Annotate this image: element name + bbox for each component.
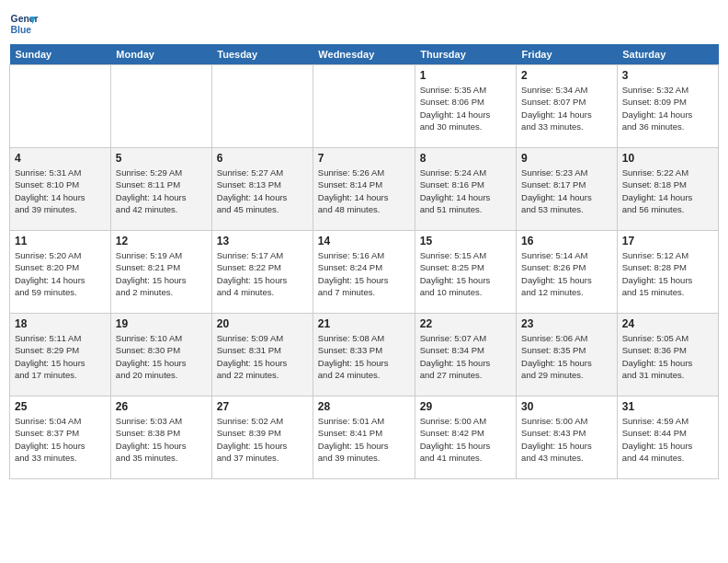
day-info: Sunrise: 5:24 AM Sunset: 8:16 PM Dayligh… [420, 167, 511, 215]
empty-cell [10, 65, 111, 148]
day-number: 19 [116, 317, 207, 330]
day-number: 12 [116, 235, 207, 247]
day-info: Sunrise: 5:19 AM Sunset: 8:21 PM Dayligh… [116, 249, 207, 298]
day-info: Sunrise: 4:59 AM Sunset: 8:44 PM Dayligh… [622, 415, 713, 464]
day-cell-18: 18Sunrise: 5:11 AM Sunset: 8:29 PM Dayli… [10, 314, 111, 396]
day-info: Sunrise: 5:02 AM Sunset: 8:39 PM Dayligh… [217, 415, 308, 464]
day-number: 14 [318, 235, 410, 247]
day-number: 7 [318, 152, 410, 165]
day-number: 28 [318, 400, 410, 413]
day-info: Sunrise: 5:31 AM Sunset: 8:10 PM Dayligh… [15, 167, 106, 215]
page-header: General Blue [9, 9, 719, 39]
day-number: 5 [116, 152, 207, 165]
day-number: 21 [318, 317, 410, 330]
day-number: 30 [521, 400, 612, 413]
day-number: 20 [217, 317, 308, 330]
day-cell-9: 9Sunrise: 5:23 AM Sunset: 8:17 PM Daylig… [517, 148, 618, 231]
week-row-1: 1Sunrise: 5:35 AM Sunset: 8:06 PM Daylig… [10, 65, 719, 148]
day-number: 27 [217, 400, 308, 413]
day-number: 1 [420, 69, 511, 82]
day-cell-23: 23Sunrise: 5:06 AM Sunset: 8:35 PM Dayli… [517, 314, 618, 396]
day-info: Sunrise: 5:04 AM Sunset: 8:37 PM Dayligh… [15, 415, 106, 464]
day-number: 8 [420, 152, 511, 165]
day-number: 26 [116, 400, 207, 413]
header-cell-friday: Friday [517, 44, 618, 65]
calendar-table: SundayMondayTuesdayWednesdayThursdayFrid… [9, 44, 719, 479]
day-cell-19: 19Sunrise: 5:10 AM Sunset: 8:30 PM Dayli… [110, 314, 211, 396]
day-cell-10: 10Sunrise: 5:22 AM Sunset: 8:18 PM Dayli… [617, 148, 718, 231]
day-info: Sunrise: 5:05 AM Sunset: 8:36 PM Dayligh… [622, 332, 713, 381]
day-info: Sunrise: 5:11 AM Sunset: 8:29 PM Dayligh… [15, 332, 106, 381]
day-info: Sunrise: 5:01 AM Sunset: 8:41 PM Dayligh… [318, 415, 410, 464]
day-info: Sunrise: 5:22 AM Sunset: 8:18 PM Dayligh… [622, 167, 713, 215]
day-cell-27: 27Sunrise: 5:02 AM Sunset: 8:39 PM Dayli… [211, 396, 313, 479]
day-cell-21: 21Sunrise: 5:08 AM Sunset: 8:33 PM Dayli… [313, 314, 415, 396]
day-cell-31: 31Sunrise: 4:59 AM Sunset: 8:44 PM Dayli… [617, 396, 718, 479]
day-cell-13: 13Sunrise: 5:17 AM Sunset: 8:22 PM Dayli… [211, 231, 313, 314]
empty-cell [313, 65, 415, 148]
day-info: Sunrise: 5:26 AM Sunset: 8:14 PM Dayligh… [318, 167, 410, 215]
day-info: Sunrise: 5:00 AM Sunset: 8:43 PM Dayligh… [521, 415, 612, 464]
day-number: 22 [420, 317, 511, 330]
day-cell-7: 7Sunrise: 5:26 AM Sunset: 8:14 PM Daylig… [313, 148, 415, 231]
day-cell-22: 22Sunrise: 5:07 AM Sunset: 8:34 PM Dayli… [415, 314, 516, 396]
day-cell-15: 15Sunrise: 5:15 AM Sunset: 8:25 PM Dayli… [415, 231, 516, 314]
day-cell-25: 25Sunrise: 5:04 AM Sunset: 8:37 PM Dayli… [10, 396, 111, 479]
week-row-4: 18Sunrise: 5:11 AM Sunset: 8:29 PM Dayli… [10, 314, 719, 396]
day-number: 11 [15, 235, 106, 247]
day-cell-24: 24Sunrise: 5:05 AM Sunset: 8:36 PM Dayli… [617, 314, 718, 396]
svg-text:Blue: Blue [11, 25, 32, 35]
day-cell-14: 14Sunrise: 5:16 AM Sunset: 8:24 PM Dayli… [313, 231, 415, 314]
day-cell-26: 26Sunrise: 5:03 AM Sunset: 8:38 PM Dayli… [110, 396, 211, 479]
empty-cell [211, 65, 313, 148]
week-row-5: 25Sunrise: 5:04 AM Sunset: 8:37 PM Dayli… [10, 396, 719, 479]
logo-icon: General Blue [9, 9, 39, 39]
logo: General Blue [9, 9, 42, 39]
day-number: 29 [420, 400, 511, 413]
day-cell-6: 6Sunrise: 5:27 AM Sunset: 8:13 PM Daylig… [211, 148, 313, 231]
week-row-3: 11Sunrise: 5:20 AM Sunset: 8:20 PM Dayli… [10, 231, 719, 314]
day-number: 24 [622, 317, 713, 330]
calendar-header: SundayMondayTuesdayWednesdayThursdayFrid… [10, 44, 719, 65]
day-cell-20: 20Sunrise: 5:09 AM Sunset: 8:31 PM Dayli… [211, 314, 313, 396]
day-cell-17: 17Sunrise: 5:12 AM Sunset: 8:28 PM Dayli… [617, 231, 718, 314]
day-info: Sunrise: 5:14 AM Sunset: 8:26 PM Dayligh… [521, 249, 612, 298]
day-number: 25 [15, 400, 106, 413]
header-cell-sunday: Sunday [10, 44, 111, 65]
day-number: 6 [217, 152, 308, 165]
day-info: Sunrise: 5:17 AM Sunset: 8:22 PM Dayligh… [217, 249, 308, 298]
day-cell-1: 1Sunrise: 5:35 AM Sunset: 8:06 PM Daylig… [415, 65, 516, 148]
day-info: Sunrise: 5:15 AM Sunset: 8:25 PM Dayligh… [420, 249, 511, 298]
day-cell-5: 5Sunrise: 5:29 AM Sunset: 8:11 PM Daylig… [110, 148, 211, 231]
day-info: Sunrise: 5:00 AM Sunset: 8:42 PM Dayligh… [420, 415, 511, 464]
day-info: Sunrise: 5:06 AM Sunset: 8:35 PM Dayligh… [521, 332, 612, 381]
day-info: Sunrise: 5:09 AM Sunset: 8:31 PM Dayligh… [217, 332, 308, 381]
day-number: 17 [622, 235, 713, 247]
header-cell-thursday: Thursday [415, 44, 516, 65]
day-number: 9 [521, 152, 612, 165]
day-cell-3: 3Sunrise: 5:32 AM Sunset: 8:09 PM Daylig… [617, 65, 718, 148]
day-number: 3 [622, 69, 713, 82]
calendar-body: 1Sunrise: 5:35 AM Sunset: 8:06 PM Daylig… [10, 65, 719, 479]
day-info: Sunrise: 5:10 AM Sunset: 8:30 PM Dayligh… [116, 332, 207, 381]
day-number: 4 [15, 152, 106, 165]
day-info: Sunrise: 5:29 AM Sunset: 8:11 PM Dayligh… [116, 167, 207, 215]
day-info: Sunrise: 5:34 AM Sunset: 8:07 PM Dayligh… [521, 84, 612, 132]
day-number: 10 [622, 152, 713, 165]
header-cell-saturday: Saturday [617, 44, 718, 65]
week-row-2: 4Sunrise: 5:31 AM Sunset: 8:10 PM Daylig… [10, 148, 719, 231]
header-cell-monday: Monday [110, 44, 211, 65]
day-number: 16 [521, 235, 612, 247]
day-cell-12: 12Sunrise: 5:19 AM Sunset: 8:21 PM Dayli… [110, 231, 211, 314]
day-cell-11: 11Sunrise: 5:20 AM Sunset: 8:20 PM Dayli… [10, 231, 111, 314]
header-cell-tuesday: Tuesday [211, 44, 313, 65]
day-info: Sunrise: 5:27 AM Sunset: 8:13 PM Dayligh… [217, 167, 308, 215]
day-number: 23 [521, 317, 612, 330]
day-number: 13 [217, 235, 308, 247]
day-info: Sunrise: 5:23 AM Sunset: 8:17 PM Dayligh… [521, 167, 612, 215]
day-cell-30: 30Sunrise: 5:00 AM Sunset: 8:43 PM Dayli… [517, 396, 618, 479]
day-info: Sunrise: 5:07 AM Sunset: 8:34 PM Dayligh… [420, 332, 511, 381]
day-cell-2: 2Sunrise: 5:34 AM Sunset: 8:07 PM Daylig… [517, 65, 618, 148]
day-info: Sunrise: 5:16 AM Sunset: 8:24 PM Dayligh… [318, 249, 410, 298]
empty-cell [110, 65, 211, 148]
